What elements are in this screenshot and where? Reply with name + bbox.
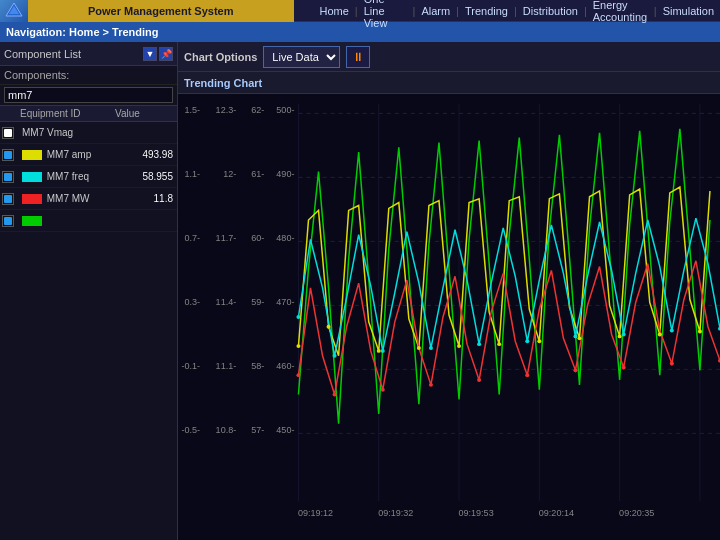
row-checkbox[interactable] (2, 215, 14, 227)
svg-text:500-: 500- (276, 106, 294, 116)
row-equipment-id: MM7 amp (20, 149, 115, 160)
nav-trending[interactable]: Trending (459, 5, 514, 17)
svg-text:-0.1-: -0.1- (182, 361, 201, 371)
nav-distribution[interactable]: Distribution (517, 5, 584, 17)
table-header: Equipment ID Value (0, 106, 177, 122)
table-row[interactable]: MM7 Vmag (0, 122, 177, 144)
row-equipment-id: MM7 freq (20, 171, 115, 182)
svg-text:09:20:14: 09:20:14 (539, 508, 574, 518)
svg-point-76 (573, 368, 577, 372)
svg-point-55 (537, 339, 541, 343)
svg-point-73 (429, 383, 433, 387)
row-equipment-id: MM7 MW (20, 193, 115, 204)
svg-point-52 (417, 346, 421, 350)
chart-options-bar: Chart Options Live Data ⏸ (178, 42, 720, 72)
svg-text:61-: 61- (251, 170, 264, 180)
main-area: Component List ▼ 📌 Components: Equipment… (0, 42, 720, 540)
svg-point-51 (377, 349, 381, 353)
svg-point-58 (658, 333, 662, 337)
nav-simulation[interactable]: Simulation (657, 5, 720, 17)
svg-text:59-: 59- (251, 298, 264, 308)
svg-point-53 (457, 344, 461, 348)
component-list-label: Component List (4, 48, 81, 60)
row-checkbox[interactable] (2, 193, 14, 205)
svg-point-60 (296, 315, 300, 319)
svg-text:450-: 450- (276, 425, 294, 435)
svg-point-65 (525, 339, 529, 343)
svg-point-57 (618, 334, 622, 338)
svg-point-72 (381, 388, 385, 392)
col-check (2, 108, 20, 119)
row-checkbox[interactable] (2, 171, 14, 183)
right-panel: Chart Options Live Data ⏸ Trending Chart… (178, 42, 720, 540)
table-row[interactable]: MM7 freq 58.955 (0, 166, 177, 188)
svg-point-66 (573, 334, 577, 338)
pause-button[interactable]: ⏸ (346, 46, 370, 68)
svg-point-74 (477, 378, 481, 382)
app-logo (0, 0, 28, 22)
svg-point-56 (577, 336, 581, 340)
app-title: Power Management System (28, 0, 294, 22)
svg-point-77 (622, 365, 626, 369)
svg-text:480-: 480- (276, 234, 294, 244)
chart-title: Trending Chart (184, 77, 262, 89)
svg-text:60-: 60- (251, 234, 264, 244)
nav-alarm[interactable]: Alarm (415, 5, 456, 17)
chart-area: 1.5- 1.1- 0.7- 0.3- -0.1- -0.5- 12.3- 12… (178, 94, 720, 540)
svg-text:12-: 12- (223, 170, 236, 180)
trending-chart-svg: 1.5- 1.1- 0.7- 0.3- -0.1- -0.5- 12.3- 12… (178, 94, 720, 540)
top-bar: Power Management System Home | One Line … (0, 0, 720, 22)
col-equipment-id: Equipment ID (20, 108, 115, 119)
svg-point-61 (333, 354, 337, 358)
pin-button[interactable]: 📌 (159, 47, 173, 61)
svg-text:460-: 460- (276, 361, 294, 371)
nav-menu: Home | One Line View | Alarm | Trending … (294, 0, 721, 29)
nav-one-line-view[interactable]: One Line View (358, 0, 413, 29)
table-row[interactable]: MM7 amp 493.98 (0, 144, 177, 166)
svg-text:11.4-: 11.4- (216, 298, 237, 308)
nav-energy-accounting[interactable]: Energy Accounting (587, 0, 654, 23)
svg-text:62-: 62- (251, 106, 264, 116)
svg-rect-4 (4, 173, 12, 181)
svg-point-59 (698, 330, 702, 334)
table-row[interactable]: MM7 MW 11.8 (0, 188, 177, 210)
left-panel: Component List ▼ 📌 Components: Equipment… (0, 42, 178, 540)
nav-home[interactable]: Home (314, 5, 355, 17)
svg-point-50 (327, 325, 331, 329)
svg-text:09:19:53: 09:19:53 (459, 508, 494, 518)
row-value: 493.98 (115, 149, 175, 160)
svg-text:09:19:12: 09:19:12 (298, 508, 333, 518)
svg-text:-0.5-: -0.5- (182, 425, 201, 435)
components-section-label: Components: (0, 66, 177, 85)
svg-point-49 (296, 344, 300, 348)
svg-text:11.1-: 11.1- (216, 361, 237, 371)
table-row[interactable] (0, 210, 177, 232)
svg-point-67 (622, 333, 626, 337)
svg-text:09:19:32: 09:19:32 (378, 508, 413, 518)
svg-rect-2 (4, 129, 12, 137)
svg-text:12.3-: 12.3- (216, 106, 237, 116)
search-input[interactable] (4, 87, 173, 103)
svg-point-68 (670, 329, 674, 333)
row-value: 58.955 (115, 171, 175, 182)
svg-text:1.5-: 1.5- (185, 106, 201, 116)
svg-point-78 (670, 362, 674, 366)
breadcrumb-text: Navigation: Home > Trending (6, 26, 159, 38)
col-value: Value (115, 108, 175, 119)
filter-button[interactable]: ▼ (143, 47, 157, 61)
svg-text:0.7-: 0.7- (185, 234, 201, 244)
svg-point-54 (497, 342, 501, 346)
component-list-controls: ▼ 📌 (143, 47, 173, 61)
svg-text:58-: 58- (251, 361, 264, 371)
row-checkbox[interactable] (2, 149, 14, 161)
svg-point-75 (525, 373, 529, 377)
svg-text:11.7-: 11.7- (216, 234, 237, 244)
live-data-select[interactable]: Live Data (263, 46, 340, 68)
svg-point-71 (333, 393, 337, 397)
svg-text:1.1-: 1.1- (185, 170, 201, 180)
row-checkbox[interactable] (2, 127, 14, 139)
row-equipment-id: MM7 Vmag (20, 127, 115, 138)
svg-rect-5 (4, 195, 12, 203)
svg-point-62 (381, 349, 385, 353)
chart-options-label: Chart Options (184, 51, 257, 63)
